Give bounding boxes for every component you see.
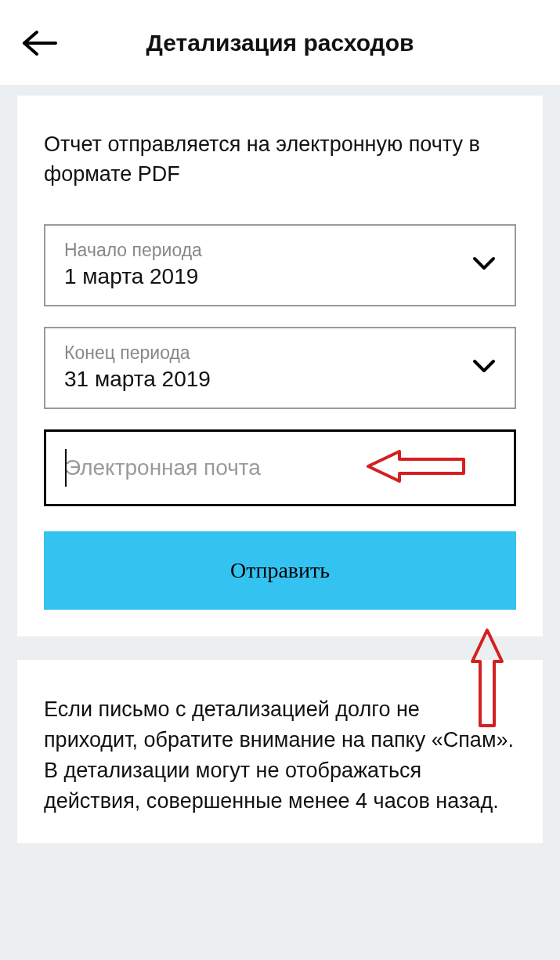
text-cursor <box>65 449 67 487</box>
email-field[interactable]: Электронная почта <box>44 429 516 506</box>
svg-marker-1 <box>368 451 464 481</box>
end-period-label: Конец периода <box>64 342 496 364</box>
chevron-down-icon <box>472 256 496 274</box>
annotation-arrow-left-icon <box>365 445 467 491</box>
form-card: Отчет отправляется на электронную почту … <box>17 96 543 636</box>
app-header: Детализация расходов <box>0 0 560 86</box>
start-period-field[interactable]: Начало периода 1 марта 2019 <box>44 224 516 306</box>
back-button[interactable] <box>16 20 63 67</box>
note-text: Если письмо с детализацией долго не прих… <box>44 694 516 817</box>
email-placeholder: Электронная почта <box>65 455 261 480</box>
chevron-down-icon <box>472 359 496 376</box>
start-period-value: 1 марта 2019 <box>64 264 496 289</box>
end-period-field[interactable]: Конец периода 31 марта 2019 <box>44 327 516 409</box>
note-card: Если письмо с детализацией долго не прих… <box>17 660 543 844</box>
start-period-label: Начало периода <box>64 240 496 261</box>
submit-button[interactable]: Отправить <box>44 531 516 610</box>
page-title: Детализация расходов <box>63 30 497 56</box>
intro-text: Отчет отправляется на электронную почту … <box>44 130 516 190</box>
end-period-value: 31 марта 2019 <box>64 367 496 392</box>
arrow-left-icon <box>21 29 57 57</box>
